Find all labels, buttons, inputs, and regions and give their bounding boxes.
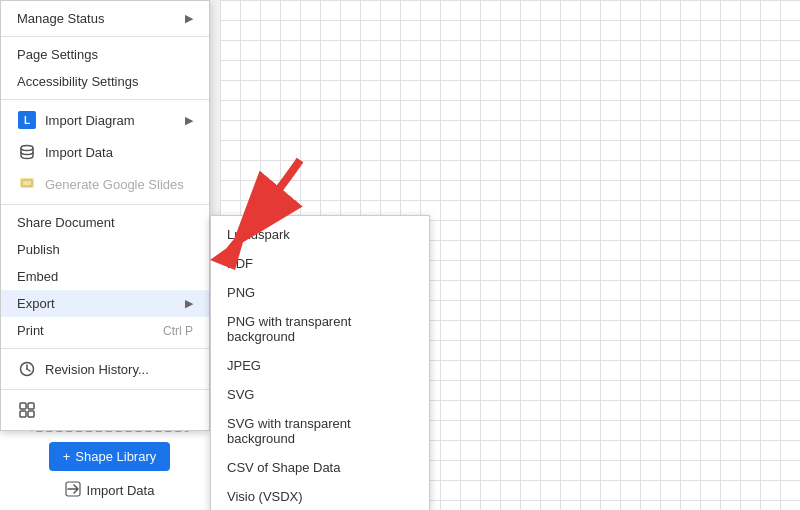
pdf-label: PDF [227, 256, 253, 271]
import-diagram-label: Import Diagram [45, 113, 135, 128]
svg-rect-9 [28, 403, 34, 409]
export-submenu: Lucidspark PDF PNG PNG with transparent … [210, 215, 430, 510]
submenu-item-pdf[interactable]: PDF [211, 249, 429, 278]
generate-slides-label: Generate Google Slides [45, 177, 184, 192]
db-icon [17, 142, 37, 162]
menu-item-integrations[interactable] [1, 394, 209, 426]
share-document-label: Share Document [17, 215, 115, 230]
revision-history-label: Revision History... [45, 362, 149, 377]
divider-2 [1, 99, 209, 100]
menu-item-import-diagram[interactable]: L Import Diagram ▶ [1, 104, 209, 136]
menu-item-share-document[interactable]: Share Document [1, 209, 209, 236]
png-label: PNG [227, 285, 255, 300]
shape-library-button[interactable]: + Shape Library [49, 442, 171, 471]
svg-rect-10 [20, 411, 26, 417]
divider-4 [1, 348, 209, 349]
svg-label: SVG [227, 387, 254, 402]
publish-label: Publish [17, 242, 60, 257]
sidebar-import-data[interactable]: Import Data [65, 481, 155, 500]
page-settings-label: Page Settings [17, 47, 98, 62]
svg-line-7 [27, 369, 30, 371]
menu-item-generate-slides: Generate Google Slides [1, 168, 209, 200]
import-diagram-arrow: ▶ [185, 114, 193, 127]
submenu-item-csv-shape[interactable]: CSV of Shape Data [211, 453, 429, 482]
submenu-item-visio-vsdx[interactable]: Visio (VSDX) [211, 482, 429, 510]
print-label: Print [17, 323, 44, 338]
menu-item-manage-status[interactable]: Manage Status ▶ [1, 5, 209, 32]
plus-icon: + [63, 449, 71, 464]
submenu-item-svg-transparent[interactable]: SVG with transparent background [211, 409, 429, 453]
menu-item-revision-history[interactable]: Revision History... [1, 353, 209, 385]
svg-rect-8 [20, 403, 26, 409]
svg-point-2 [21, 146, 33, 151]
png-transparent-label: PNG with transparent background [227, 314, 413, 344]
main-menu: Manage Status ▶ Page Settings Accessibil… [0, 0, 210, 431]
import-data-icon [65, 481, 81, 500]
menu-item-import-data[interactable]: Import Data [1, 136, 209, 168]
menu-item-print[interactable]: Print Ctrl P [1, 317, 209, 344]
shape-library-label: Shape Library [75, 449, 156, 464]
menu-item-accessibility-settings[interactable]: Accessibility Settings [1, 68, 209, 95]
print-shortcut: Ctrl P [163, 324, 193, 338]
svg-text:L: L [24, 115, 30, 126]
slides-icon [17, 174, 37, 194]
csv-shape-label: CSV of Shape Data [227, 460, 340, 475]
menu-item-export[interactable]: Export ▶ [1, 290, 209, 317]
divider-3 [1, 204, 209, 205]
menu-item-embed[interactable]: Embed [1, 263, 209, 290]
menu-item-publish[interactable]: Publish [1, 236, 209, 263]
svg-transparent-label: SVG with transparent background [227, 416, 413, 446]
export-arrow: ▶ [185, 297, 193, 310]
grid-icon [17, 400, 37, 420]
divider-5 [1, 389, 209, 390]
export-label: Export [17, 296, 55, 311]
embed-label: Embed [17, 269, 58, 284]
menu-item-page-settings[interactable]: Page Settings [1, 41, 209, 68]
manage-status-label: Manage Status [17, 11, 104, 26]
lucid-icon: L [17, 110, 37, 130]
submenu-item-lucidspark[interactable]: Lucidspark [211, 220, 429, 249]
visio-vsdx-label: Visio (VSDX) [227, 489, 303, 504]
submenu-item-png-transparent[interactable]: PNG with transparent background [211, 307, 429, 351]
arrow-right-icon: ▶ [185, 12, 193, 25]
import-data-sidebar-label: Import Data [87, 483, 155, 498]
clock-icon [17, 359, 37, 379]
submenu-item-jpeg[interactable]: JPEG [211, 351, 429, 380]
svg-rect-11 [28, 411, 34, 417]
lucidspark-label: Lucidspark [227, 227, 290, 242]
submenu-item-png[interactable]: PNG [211, 278, 429, 307]
import-data-label: Import Data [45, 145, 113, 160]
accessibility-settings-label: Accessibility Settings [17, 74, 138, 89]
submenu-item-svg[interactable]: SVG [211, 380, 429, 409]
divider-1 [1, 36, 209, 37]
jpeg-label: JPEG [227, 358, 261, 373]
